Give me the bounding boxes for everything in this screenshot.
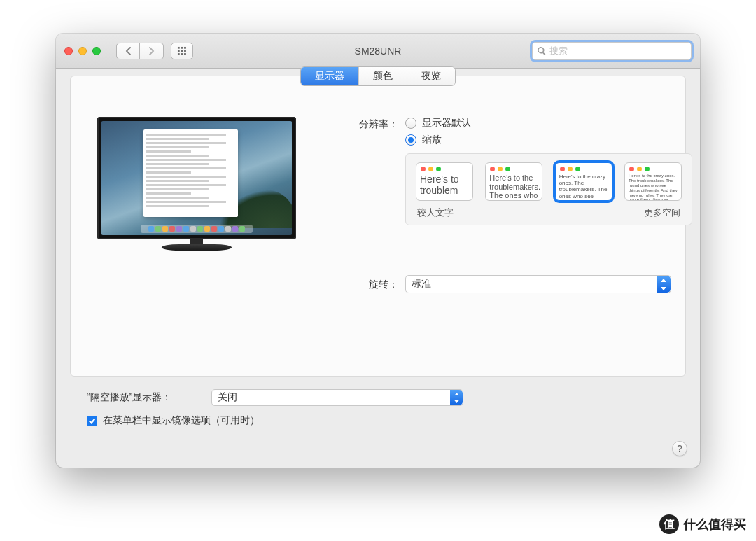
search-input[interactable] bbox=[550, 43, 687, 59]
zoom-icon[interactable] bbox=[92, 47, 101, 55]
watermark-text: 什么值得买 bbox=[683, 516, 746, 533]
traffic-lights-icon bbox=[556, 163, 612, 174]
traffic-lights-icon bbox=[416, 163, 472, 174]
stepper-icon bbox=[450, 390, 463, 405]
rotation-label: 旋转： bbox=[337, 277, 405, 291]
monitor-preview bbox=[97, 117, 296, 251]
scale-thumb-3[interactable]: Here’s to the crazy ones. The troublemak… bbox=[624, 162, 682, 201]
divider bbox=[461, 213, 637, 213]
search-icon bbox=[537, 46, 547, 56]
airplay-label: “隔空播放”显示器： bbox=[87, 391, 211, 404]
stepper-icon bbox=[657, 276, 671, 293]
rotation-select[interactable]: 标准 bbox=[405, 275, 671, 293]
thumb-text: Here's to troublem bbox=[416, 174, 472, 200]
back-button[interactable] bbox=[116, 43, 140, 59]
search-field-wrap[interactable] bbox=[532, 42, 692, 60]
radio-scaled[interactable]: 缩放 bbox=[405, 134, 471, 146]
tab-bar: 显示器 颜色 夜览 bbox=[300, 66, 456, 86]
airplay-select[interactable]: 关闭 bbox=[211, 389, 463, 406]
radio-icon bbox=[405, 134, 416, 146]
airplay-value: 关闭 bbox=[218, 391, 237, 404]
scale-thumb-2[interactable]: Here's to the crazy ones. The troublemak… bbox=[555, 162, 612, 201]
tab-display[interactable]: 显示器 bbox=[301, 67, 359, 85]
traffic-lights-icon bbox=[625, 163, 681, 174]
mirror-checkbox-label: 在菜单栏中显示镜像选项（可用时） bbox=[103, 414, 260, 427]
mirror-checkbox[interactable]: 在菜单栏中显示镜像选项（可用时） bbox=[87, 414, 679, 427]
resolution-label: 分辨率： bbox=[337, 117, 405, 131]
rotation-value: 标准 bbox=[412, 278, 431, 290]
nav-group bbox=[116, 43, 164, 59]
watermark: 值 什么值得买 bbox=[659, 514, 746, 534]
close-icon[interactable] bbox=[64, 47, 73, 55]
radio-icon bbox=[405, 118, 416, 129]
main-panel: 显示器 颜色 夜览 bbox=[70, 76, 686, 377]
grid-icon bbox=[177, 46, 187, 56]
show-all-button[interactable] bbox=[171, 43, 193, 59]
thumb-text: Here's to the troublemakers. The ones wh… bbox=[486, 174, 542, 200]
titlebar: SM28UNR bbox=[56, 34, 700, 69]
scale-thumb-0[interactable]: Here's to troublem bbox=[416, 162, 473, 201]
scale-left-label: 较大文字 bbox=[417, 206, 454, 219]
scale-picker: Here's to troublem Here's to the trouble… bbox=[405, 153, 692, 225]
forward-button[interactable] bbox=[140, 43, 164, 59]
radio-default[interactable]: 显示器默认 bbox=[405, 117, 471, 129]
preview-window-icon bbox=[144, 129, 238, 217]
scale-thumb-1[interactable]: Here's to the troublemakers. The ones wh… bbox=[485, 162, 542, 201]
traffic-lights-icon bbox=[486, 163, 542, 174]
scale-right-label: 更多空间 bbox=[644, 206, 680, 219]
radio-default-label: 显示器默认 bbox=[422, 117, 471, 129]
minimize-icon[interactable] bbox=[78, 47, 87, 55]
prefs-window: SM28UNR 显示器 颜色 夜览 bbox=[56, 34, 700, 468]
watermark-badge-icon: 值 bbox=[659, 514, 679, 534]
traffic-lights bbox=[64, 47, 101, 55]
help-button[interactable]: ? bbox=[672, 441, 687, 456]
thumb-text: Here’s to the crazy ones. The troublemak… bbox=[625, 174, 681, 200]
dock-icon bbox=[141, 225, 253, 233]
thumb-text: Here's to the crazy ones. The troublemak… bbox=[556, 174, 612, 200]
tab-nightshift[interactable]: 夜览 bbox=[407, 67, 455, 85]
tab-color[interactable]: 颜色 bbox=[359, 67, 407, 85]
checkbox-icon bbox=[87, 416, 97, 426]
radio-scaled-label: 缩放 bbox=[422, 134, 442, 146]
